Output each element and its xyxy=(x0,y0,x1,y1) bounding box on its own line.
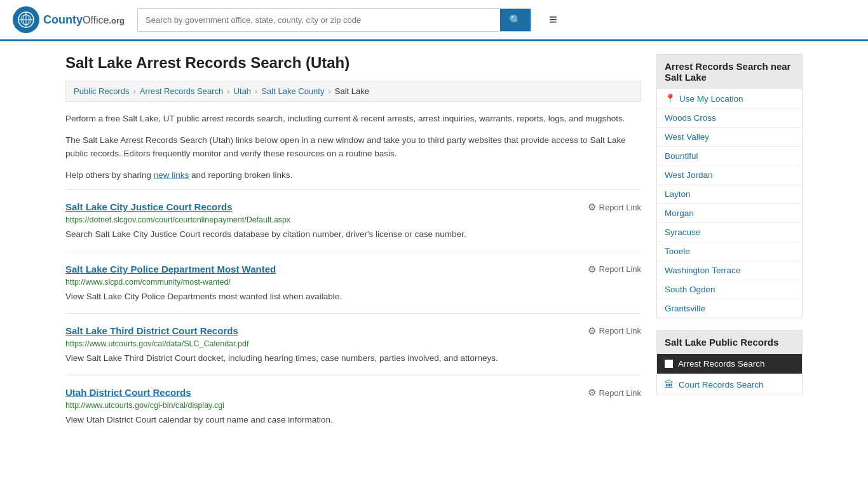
record-entry-utah-district-court: Utah District Court Records ⚙ Report Lin… xyxy=(65,375,641,437)
hamburger-icon: ≡ xyxy=(549,11,557,27)
sidebar-public-records-items: Arrest Records Search🏛Court Records Sear… xyxy=(657,354,802,395)
sidebar-public-records-title: Salt Lake Public Records xyxy=(657,330,802,354)
menu-button[interactable]: ≡ xyxy=(544,9,562,30)
breadcrumb: Public Records › Arrest Records Search ›… xyxy=(65,81,641,102)
breadcrumb-sep-2: › xyxy=(227,86,229,96)
record-desc-utah-district-court: View Utah District Court calendar by cou… xyxy=(65,414,641,426)
sidebar-city-layton[interactable]: Layton xyxy=(657,185,802,204)
record-entry-header: Salt Lake City Police Department Most Wa… xyxy=(65,264,641,275)
report-icon: ⚙ xyxy=(588,387,596,398)
breadcrumb-sep-4: › xyxy=(328,86,330,96)
report-link-btn-slcpd-most-wanted[interactable]: ⚙ Report Link xyxy=(588,264,641,275)
header: CountyOffice.org 🔍 ≡ xyxy=(0,0,868,41)
breadcrumb-salt-lake-county[interactable]: Salt Lake County xyxy=(261,86,324,96)
report-icon: ⚙ xyxy=(588,264,596,275)
sidebar-city-west-valley[interactable]: West Valley xyxy=(657,128,802,147)
logo-text: CountyOffice.org xyxy=(43,13,125,27)
sidebar-nearby-title: Arrest Records Search near Salt Lake xyxy=(657,55,802,89)
record-url-slc-justice-court[interactable]: https://dotnet.slcgov.com/court/courtonl… xyxy=(65,215,641,224)
search-input[interactable] xyxy=(138,9,500,31)
report-link-btn-slc-third-district[interactable]: ⚙ Report Link xyxy=(588,325,641,337)
sidebar-record-arrest-records-search[interactable]: Arrest Records Search xyxy=(657,354,802,374)
record-entry-slcpd-most-wanted: Salt Lake City Police Department Most Wa… xyxy=(65,252,641,313)
sidebar-city-bountiful[interactable]: Bountiful xyxy=(657,147,802,166)
breadcrumb-public-records[interactable]: Public Records xyxy=(74,86,129,96)
new-links-link[interactable]: new links xyxy=(154,170,189,180)
sidebar-city-washington-terrace[interactable]: Washington Terrace xyxy=(657,261,802,280)
sidebar-city-west-jordan[interactable]: West Jordan xyxy=(657,166,802,185)
breadcrumb-arrest-records[interactable]: Arrest Records Search xyxy=(140,86,224,96)
breadcrumb-utah[interactable]: Utah xyxy=(234,86,251,96)
record-square-icon xyxy=(665,360,673,368)
record-url-slcpd-most-wanted[interactable]: http://www.slcpd.com/community/most-want… xyxy=(65,278,641,287)
records-list: Salt Lake City Justice Court Records ⚙ R… xyxy=(65,189,641,437)
record-desc-slc-third-district: View Salt Lake Third District Court dock… xyxy=(65,352,641,365)
breadcrumb-sep-1: › xyxy=(133,86,135,96)
record-title-utah-district-court[interactable]: Utah District Court Records xyxy=(65,387,191,398)
record-title-slcpd-most-wanted[interactable]: Salt Lake City Police Department Most Wa… xyxy=(65,264,276,274)
sidebar: Arrest Records Search near Salt Lake 📍 U… xyxy=(656,54,803,437)
report-icon: ⚙ xyxy=(588,325,596,337)
sidebar-nearby-items: 📍 Use My Location Woods CrossWest Valley… xyxy=(657,89,802,318)
description-para2: The Salt Lake Arrest Records Search (Uta… xyxy=(65,133,641,161)
sidebar-record-court-records-search[interactable]: 🏛Court Records Search xyxy=(657,374,802,395)
search-bar: 🔍 xyxy=(137,8,531,32)
record-entry-slc-third-district: Salt Lake Third District Court Records ⚙… xyxy=(65,313,641,375)
sidebar-city-tooele[interactable]: Tooele xyxy=(657,242,802,261)
main-container: Salt Lake Arrest Records Search (Utah) P… xyxy=(53,41,815,449)
logo[interactable]: CountyOffice.org xyxy=(13,6,125,33)
sidebar-public-records-box: Salt Lake Public Records Arrest Records … xyxy=(656,330,803,395)
sidebar-city-grantsville[interactable]: Grantsville xyxy=(657,299,802,318)
report-icon: ⚙ xyxy=(588,201,596,213)
sidebar-city-syracuse[interactable]: Syracuse xyxy=(657,223,802,242)
description-para3: Help others by sharing new links and rep… xyxy=(65,168,641,182)
record-bank-icon: 🏛 xyxy=(665,379,674,390)
record-desc-slcpd-most-wanted: View Salt Lake City Police Departments m… xyxy=(65,290,641,303)
sidebar-city-woods-cross[interactable]: Woods Cross xyxy=(657,109,802,128)
sidebar-city-morgan[interactable]: Morgan xyxy=(657,204,802,223)
record-entry-header: Salt Lake City Justice Court Records ⚙ R… xyxy=(65,201,641,213)
record-desc-slc-justice-court: Search Salt Lake City Justice Court reco… xyxy=(65,228,641,241)
description-para1: Perform a free Salt Lake, UT public arre… xyxy=(65,112,641,126)
report-link-btn-utah-district-court[interactable]: ⚙ Report Link xyxy=(588,387,641,398)
search-icon: 🔍 xyxy=(509,15,522,25)
breadcrumb-sep-3: › xyxy=(255,86,257,96)
logo-icon xyxy=(13,6,39,33)
record-url-slc-third-district[interactable]: https://www.utcourts.gov/cal/data/SLC_Ca… xyxy=(65,339,641,348)
content-area: Salt Lake Arrest Records Search (Utah) P… xyxy=(65,54,641,437)
use-my-location[interactable]: 📍 Use My Location xyxy=(657,89,802,109)
record-title-slc-third-district[interactable]: Salt Lake Third District Court Records xyxy=(65,325,238,336)
record-url-utah-district-court[interactable]: http://www.utcourts.gov/cgi-bin/cal/disp… xyxy=(65,401,641,410)
record-entry-slc-justice-court: Salt Lake City Justice Court Records ⚙ R… xyxy=(65,189,641,251)
page-title: Salt Lake Arrest Records Search (Utah) xyxy=(65,54,641,72)
sidebar-city-south-ogden[interactable]: South Ogden xyxy=(657,280,802,299)
breadcrumb-current: Salt Lake xyxy=(335,86,369,96)
record-title-slc-justice-court[interactable]: Salt Lake City Justice Court Records xyxy=(65,201,233,212)
sidebar-nearby-box: Arrest Records Search near Salt Lake 📍 U… xyxy=(656,54,803,318)
report-link-btn-slc-justice-court[interactable]: ⚙ Report Link xyxy=(588,201,641,213)
search-button[interactable]: 🔍 xyxy=(500,9,531,31)
record-entry-header: Salt Lake Third District Court Records ⚙… xyxy=(65,325,641,337)
location-pin-icon: 📍 xyxy=(665,93,675,104)
record-entry-header: Utah District Court Records ⚙ Report Lin… xyxy=(65,387,641,398)
